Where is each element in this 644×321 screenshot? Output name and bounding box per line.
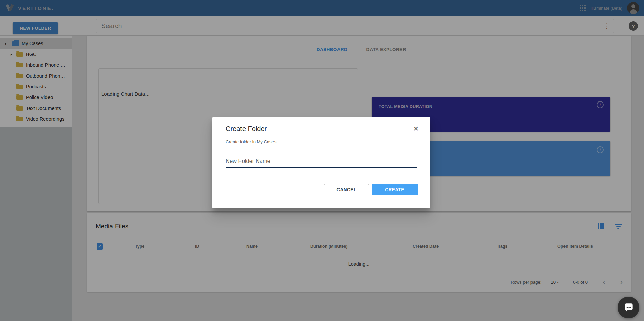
dialog-subtitle: Create folder in My Cases: [226, 139, 276, 144]
create-folder-dialog: Create Folder ✕ Create folder in My Case…: [212, 117, 430, 208]
create-button[interactable]: CREATE: [372, 184, 418, 195]
close-icon[interactable]: ✕: [411, 124, 421, 134]
chat-bubble-icon: [623, 302, 634, 313]
new-folder-name-input[interactable]: [226, 155, 417, 168]
chat-widget-button[interactable]: [618, 297, 639, 318]
dialog-title: Create Folder: [226, 125, 267, 133]
cancel-button[interactable]: CANCEL: [324, 184, 369, 195]
